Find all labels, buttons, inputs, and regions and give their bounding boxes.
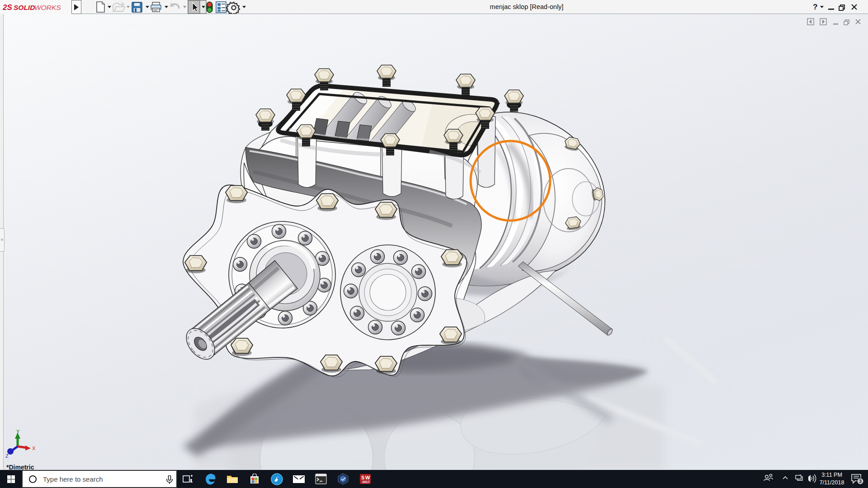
svg-text:3: 3 bbox=[859, 479, 862, 484]
svg-text:?: ? bbox=[813, 3, 817, 11]
svg-text:X: X bbox=[32, 446, 36, 451]
svg-text:2S: 2S bbox=[3, 3, 12, 12]
svg-text:2017: 2017 bbox=[362, 480, 370, 484]
svg-text:WORKS: WORKS bbox=[34, 4, 61, 11]
svg-text:SOLID: SOLID bbox=[14, 4, 35, 11]
svg-text:Y: Y bbox=[16, 429, 20, 434]
svg-text:Z: Z bbox=[5, 453, 9, 459]
